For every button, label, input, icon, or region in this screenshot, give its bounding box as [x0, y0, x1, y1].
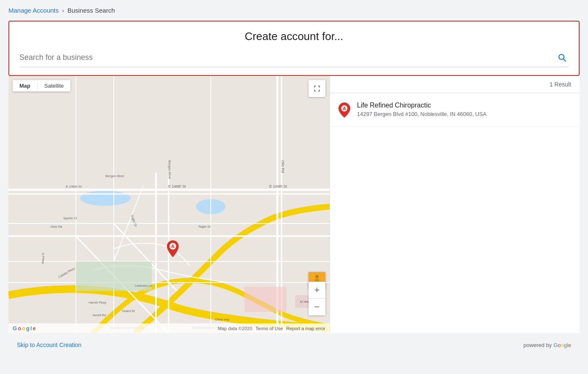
skip-to-account-creation-link[interactable]: Skip to Account Creation — [17, 342, 81, 348]
search-input-wrapper — [19, 51, 569, 67]
svg-text:E 146th St: E 146th St — [168, 184, 186, 188]
map-background: E 146th St E 146th St E 146th St Olio Rd… — [8, 76, 330, 333]
breadcrumb: Manage Accounts › Business Search — [8, 7, 580, 14]
map-type-controls: Map Satellite — [13, 80, 70, 91]
map-data-copyright: Map data ©2020 — [218, 326, 252, 331]
svg-text:A: A — [171, 244, 175, 249]
result-item[interactable]: A Life Refined Chiropractic 14297 Bergen… — [330, 93, 580, 126]
svg-text:Levinson Ln: Levinson Ln — [135, 284, 152, 288]
search-button[interactable] — [555, 51, 569, 64]
google-brand-label: Google — [553, 342, 571, 348]
zoom-in-button[interactable]: + — [309, 282, 325, 299]
google-logo-map: Google — [13, 325, 36, 331]
powered-by-google: powered by Google — [524, 342, 571, 348]
svg-text:Olio Rd: Olio Rd — [281, 160, 285, 173]
svg-text:Hoard Dr: Hoard Dr — [122, 309, 135, 313]
map-area[interactable]: E 146th St E 146th St E 146th St Olio Rd… — [8, 76, 330, 333]
svg-text:E 146th St: E 146th St — [66, 185, 82, 188]
svg-point-50 — [315, 275, 319, 278]
result-pin: A — [338, 102, 350, 118]
results-panel: 1 Result A Life Refined Chiropractic 142… — [330, 76, 580, 333]
main-content: E 146th St E 146th St E 146th St Olio Rd… — [8, 76, 580, 333]
powered-by-label: powered by — [524, 342, 552, 348]
map-pin-a[interactable]: A — [166, 240, 179, 259]
breadcrumb-current-page: Business Search — [67, 7, 115, 14]
svg-text:Getz Rd: Getz Rd — [51, 225, 62, 229]
map-footer: Google Map data ©2020 Terms of Use Repor… — [8, 323, 330, 333]
svg-text:Bergen Blvd: Bergen Blvd — [168, 160, 172, 179]
result-pin-marker: A — [338, 102, 350, 118]
svg-text:E 146th St: E 146th St — [269, 184, 287, 188]
zoom-out-button[interactable]: − — [309, 299, 325, 315]
result-info: Life Refined Chiropractic 14297 Bergen B… — [357, 102, 571, 117]
result-count: 1 Result — [550, 81, 571, 88]
map-fullscreen-button[interactable] — [309, 80, 325, 97]
svg-text:Sperlin Ct: Sperlin Ct — [63, 216, 78, 220]
svg-text:Bergen Blvd: Bergen Blvd — [105, 174, 124, 178]
pin-marker-a: A — [166, 240, 179, 257]
svg-text:Norell Rd: Norell Rd — [93, 313, 106, 317]
svg-text:Tegler Dr: Tegler Dr — [198, 225, 211, 229]
map-type-map-button[interactable]: Map — [13, 80, 37, 91]
search-container: Create account for... — [8, 21, 580, 76]
search-title: Create account for... — [19, 30, 569, 43]
svg-point-2 — [80, 191, 131, 206]
fullscreen-icon — [313, 85, 321, 92]
svg-text:A: A — [343, 106, 346, 111]
results-header: 1 Result — [330, 76, 580, 93]
map-zoom-controls: + − — [309, 282, 325, 315]
svg-text:Harrell Pkwy: Harrell Pkwy — [89, 301, 106, 304]
svg-text:Olivia way: Olivia way — [215, 317, 229, 321]
svg-text:is Pkwy: is Pkwy — [41, 253, 45, 264]
search-input[interactable] — [19, 53, 555, 62]
terms-of-use-link[interactable]: Terms of Use — [255, 326, 283, 331]
report-map-error-link[interactable]: Report a map error — [286, 326, 325, 331]
breadcrumb-separator: › — [62, 7, 64, 14]
search-icon — [557, 52, 567, 62]
result-name: Life Refined Chiropractic — [357, 102, 571, 109]
page-footer: Skip to Account Creation powered by Goog… — [8, 335, 580, 355]
svg-rect-22 — [244, 287, 287, 312]
map-type-satellite-button[interactable]: Satellite — [38, 80, 70, 91]
map-footer-right: Map data ©2020 Terms of Use Report a map… — [218, 326, 325, 331]
breadcrumb-manage-accounts-link[interactable]: Manage Accounts — [8, 7, 59, 14]
result-address: 14297 Bergen Blvd #100, Noblesville, IN … — [357, 111, 571, 117]
